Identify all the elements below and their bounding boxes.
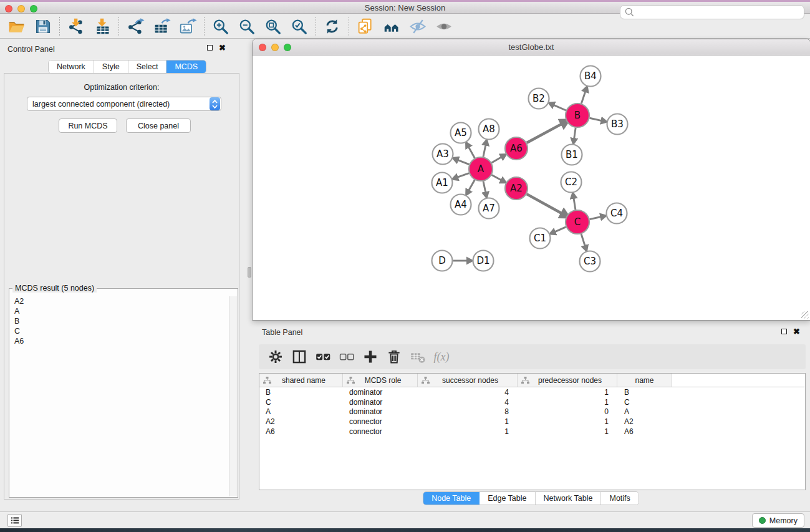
run-mcds-button[interactable]: Run MCDS	[59, 118, 117, 133]
table-header-row[interactable]: shared nameMCDS rolesuccessor nodesprede…	[259, 374, 805, 387]
edge-A-A2[interactable]	[492, 175, 502, 181]
edge-C-C4[interactable]	[590, 217, 602, 220]
mcds-result-item[interactable]: C	[10, 326, 229, 336]
edge-A2-C[interactable]	[527, 194, 562, 213]
first-neighbors-button[interactable]	[378, 16, 405, 37]
tab-node-table[interactable]: Node Table	[423, 492, 480, 505]
import-table-button[interactable]	[89, 16, 115, 37]
panel-divider-grip[interactable]	[248, 267, 251, 278]
network-graph-canvas[interactable]: AA1A2A3A4A5A6A7A8BB1B2B3B4CC1C2C3C4DD1	[253, 56, 810, 321]
table-row[interactable]: A2connector11A2	[259, 417, 805, 427]
hierarchy-icon	[347, 377, 355, 384]
table-settings-button[interactable]	[264, 346, 287, 367]
edge-C-C1[interactable]	[554, 227, 566, 232]
tab-network[interactable]: Network	[49, 60, 94, 73]
edge-B-B1[interactable]	[574, 128, 576, 139]
export-image-button[interactable]	[175, 16, 201, 37]
edge-B-B4[interactable]	[581, 91, 586, 104]
edge-A-A7[interactable]	[483, 181, 486, 193]
toolbar-separator	[204, 17, 205, 36]
edge-A-A5[interactable]	[468, 147, 475, 158]
zoom-out-icon	[238, 17, 256, 36]
edge-A6-B[interactable]	[527, 123, 562, 143]
zoom-fit-icon	[264, 17, 282, 36]
close-panel-icon[interactable]: ✖	[793, 328, 800, 335]
graph-node-label-C3: C3	[584, 256, 596, 267]
deselect-all-rows-button[interactable]	[335, 346, 359, 367]
criterion-dropdown[interactable]: largest connected component (directed)	[27, 97, 221, 111]
network-view-window: testGlobe.txt AA1A2A3A4A5A6A7A8BB1B2B3B4…	[252, 39, 810, 321]
cell-predecessor-nodes: 1	[518, 417, 617, 427]
new-network-from-selection-button[interactable]	[352, 16, 378, 37]
edge-B-B3[interactable]	[590, 118, 602, 120]
edge-C-C2[interactable]	[574, 198, 576, 210]
memory-button[interactable]: Memory	[752, 513, 804, 528]
export-table-button[interactable]	[148, 16, 175, 37]
close-panel-icon[interactable]: ✖	[219, 44, 226, 51]
close-panel-button[interactable]: Close panel	[126, 118, 191, 133]
show-all-icon	[435, 17, 453, 36]
cell-filler	[672, 397, 805, 407]
graph-node-label-A7: A7	[483, 203, 495, 214]
column-header-shared-name[interactable]: shared name	[259, 374, 343, 387]
cell-successor-nodes: 8	[418, 407, 518, 417]
open-session-button[interactable]	[4, 16, 30, 37]
show-columns-button[interactable]	[287, 346, 311, 367]
search-input[interactable]	[635, 7, 804, 17]
column-header-name[interactable]: name	[617, 374, 672, 387]
edge-C-C3[interactable]	[581, 234, 585, 246]
tab-style[interactable]: Style	[94, 60, 128, 73]
tab-motifs[interactable]: Motifs	[601, 492, 638, 505]
mcds-result-item[interactable]: A2	[10, 296, 229, 306]
tab-select[interactable]: Select	[128, 60, 167, 73]
mcds-result-item[interactable]: A6	[10, 336, 229, 346]
zoom-out-button[interactable]	[234, 16, 260, 37]
column-header-predecessor-nodes[interactable]: predecessor nodes	[518, 374, 617, 387]
cell-predecessor-nodes: 1	[518, 387, 617, 397]
panel-list-button[interactable]	[7, 514, 22, 527]
cell-name: A6	[617, 427, 672, 437]
cell-MCDS-role: dominator	[343, 387, 418, 397]
show-all-button[interactable]	[431, 16, 457, 37]
edge-A-A6[interactable]	[491, 157, 501, 163]
mcds-result-box: MCDS result (5 nodes) A2ABCA6	[9, 288, 238, 498]
mcds-result-item[interactable]: A	[10, 306, 229, 316]
zoom-fit-button[interactable]	[260, 16, 286, 37]
mcds-result-list[interactable]: A2ABCA6	[10, 296, 229, 496]
float-panel-icon[interactable]	[207, 45, 213, 51]
edge-A-A4[interactable]	[468, 180, 475, 190]
column-header-successor-nodes[interactable]: successor nodes	[418, 374, 518, 387]
import-network-button[interactable]	[63, 16, 89, 37]
zoom-in-button[interactable]	[208, 16, 234, 37]
float-panel-icon[interactable]	[781, 329, 787, 334]
tab-network-table[interactable]: Network Table	[536, 492, 602, 505]
edge-A-A1[interactable]	[457, 173, 469, 178]
mcds-result-scrollbar[interactable]	[229, 296, 237, 496]
search-icon	[624, 7, 635, 18]
network-resize-grip[interactable]	[801, 311, 809, 319]
select-all-rows-button[interactable]	[311, 346, 335, 367]
graph-node-label-C4: C4	[610, 208, 623, 219]
add-row-button[interactable]	[359, 346, 382, 367]
delete-row-button[interactable]	[382, 346, 406, 367]
table-row[interactable]: Adominator80A	[259, 407, 805, 417]
export-image-icon	[179, 17, 197, 36]
table-row[interactable]: Bdominator41B	[259, 387, 805, 397]
graph-node-label-D1: D1	[476, 255, 489, 266]
zoom-selected-button[interactable]	[286, 16, 312, 37]
table-row[interactable]: Cdominator41C	[259, 397, 805, 407]
table-row[interactable]: A6connector11A6	[259, 427, 805, 437]
graph-node-label-A6: A6	[510, 143, 523, 154]
tab-mcds[interactable]: MCDS	[166, 60, 206, 73]
edge-B-B2[interactable]	[553, 105, 566, 110]
tab-edge-table[interactable]: Edge Table	[480, 492, 535, 505]
edge-A-A8[interactable]	[483, 145, 486, 157]
mcds-result-item[interactable]: B	[10, 316, 229, 326]
export-network-button[interactable]	[122, 16, 148, 37]
column-header-MCDS-role[interactable]: MCDS role	[343, 374, 418, 387]
refresh-view-button[interactable]	[319, 16, 345, 37]
save-session-button[interactable]	[30, 16, 56, 37]
hide-selected-button[interactable]	[405, 16, 431, 37]
edge-A-A3[interactable]	[458, 160, 470, 164]
search-box[interactable]	[620, 5, 804, 19]
